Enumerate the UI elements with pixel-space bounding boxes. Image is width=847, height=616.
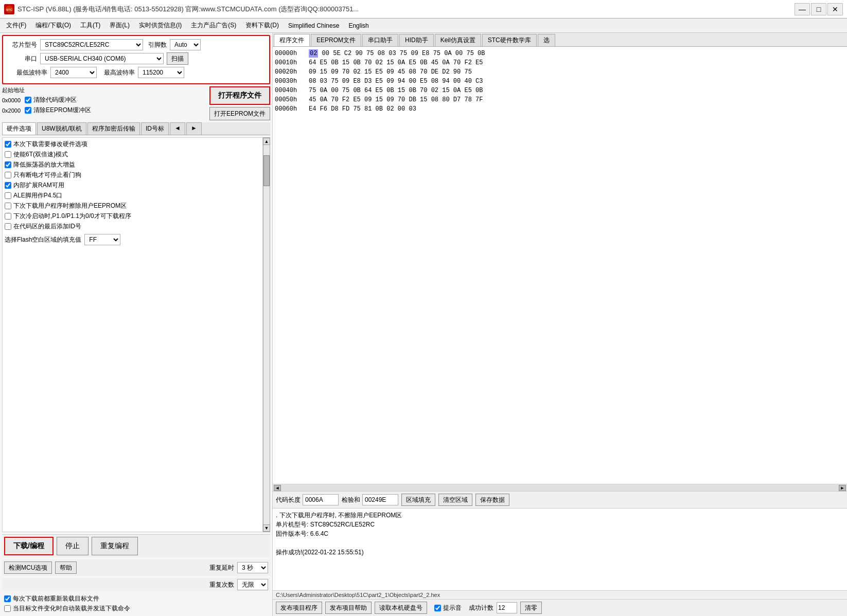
hex-row-1: 00010h 64 E5 0B 15 0B 70 02 15 0A E5 0B … bbox=[275, 58, 845, 67]
code-length-input[interactable] bbox=[303, 494, 339, 505]
tab-keil-sim[interactable]: Keil仿真设置 bbox=[435, 34, 481, 46]
menu-products[interactable]: 主力产品广告(S) bbox=[187, 20, 240, 31]
menu-interface[interactable]: 界面(L) bbox=[105, 20, 134, 31]
open-program-file-button[interactable]: 打开程序文件 bbox=[209, 86, 270, 105]
menu-english[interactable]: English bbox=[344, 21, 373, 30]
window-controls: — □ ✕ bbox=[795, 3, 843, 15]
save-data-button[interactable]: 保存数据 bbox=[475, 494, 509, 506]
port-label: 串口 bbox=[6, 55, 37, 63]
hex-addr-4: 00040h bbox=[275, 86, 306, 95]
tab-arrow-left[interactable]: ◄ bbox=[170, 122, 185, 135]
prompt-sound-label: 提示音 bbox=[434, 604, 462, 612]
baud-select[interactable]: Auto bbox=[170, 39, 201, 50]
tab-program-file[interactable]: 程序文件 bbox=[274, 34, 310, 46]
reprogram-button[interactable]: 重复编程 bbox=[92, 537, 138, 555]
flash-fill-row: 选择Flash空白区域的填充值 FF bbox=[5, 234, 260, 245]
maximize-button[interactable]: □ bbox=[811, 3, 826, 15]
minimize-button[interactable]: — bbox=[795, 3, 810, 15]
hw-checkbox-4[interactable] bbox=[5, 182, 11, 189]
publish-program-button[interactable]: 发布项目程序 bbox=[276, 602, 322, 614]
checksum-label: 检验和 bbox=[342, 496, 360, 504]
max-baud-select[interactable]: 115200 bbox=[138, 67, 184, 78]
stop-button[interactable]: 停止 bbox=[57, 537, 89, 555]
clear-code-buf-checkbox[interactable] bbox=[25, 97, 31, 103]
menu-program[interactable]: 编程/下载(O) bbox=[31, 20, 75, 31]
prompt-sound-checkbox[interactable] bbox=[434, 605, 441, 611]
menu-simplified-chinese[interactable]: Simplified Chinese bbox=[284, 21, 343, 30]
hex-hscrollbar[interactable]: ◄ ► bbox=[273, 484, 847, 491]
hw-checkbox-6[interactable] bbox=[5, 203, 11, 209]
success-count-input[interactable] bbox=[497, 602, 517, 613]
hw-checkbox-5[interactable] bbox=[5, 192, 11, 199]
checksum-input[interactable] bbox=[362, 494, 398, 505]
hw-option-4: 内部扩展RAM可用 bbox=[5, 181, 260, 190]
clear-area-button[interactable]: 清空区域 bbox=[438, 494, 472, 506]
auto-send-checkbox[interactable] bbox=[4, 605, 11, 612]
start-address-label: 起始地址 bbox=[2, 86, 91, 94]
hw-option-label-5: ALE脚用作P4.5口 bbox=[13, 191, 62, 200]
clear-count-button[interactable]: 清零 bbox=[520, 602, 542, 614]
log-line-2: 固件版本号: 6.6.4C bbox=[276, 529, 844, 538]
hw-checkbox-3[interactable] bbox=[5, 172, 11, 178]
fill-area-button[interactable]: 区域填充 bbox=[401, 494, 435, 506]
right-panel: 程序文件 EEPROM文件 串口助手 HID助手 Keil仿真设置 STC硬件数… bbox=[273, 33, 847, 616]
tab-hid-assistant[interactable]: HID助手 bbox=[399, 34, 434, 46]
repeat-delay-select[interactable]: 3 秒 bbox=[237, 562, 268, 573]
hw-scrollbar[interactable]: ▲ ▼ bbox=[263, 137, 270, 532]
min-baud-select[interactable]: 2400 bbox=[50, 67, 97, 78]
tab-arrow-right[interactable]: ► bbox=[186, 122, 202, 135]
hw-option-7: 下次冷启动时,P1.0/P1.1为0/0才可下载程序 bbox=[5, 212, 260, 221]
hw-checkbox-2[interactable] bbox=[5, 161, 11, 168]
read-hardware-button[interactable]: 读取本机硬盘号 bbox=[375, 602, 427, 614]
chip-select[interactable]: STC89C52RC/LE52RC bbox=[40, 39, 143, 50]
hw-option-3: 只有断电才可停止看门狗 bbox=[5, 171, 260, 179]
hex-row-0: 00000h 02 00 5E C2 90 75 08 03 75 09 E8 … bbox=[275, 49, 845, 58]
help-button[interactable]: 帮助 bbox=[55, 561, 77, 574]
tab-hardware-options[interactable]: 硬件选项 bbox=[2, 122, 36, 135]
hw-checkbox-0[interactable] bbox=[5, 141, 11, 148]
menu-file[interactable]: 文件(F) bbox=[2, 20, 30, 31]
auto-reload-checkbox[interactable] bbox=[4, 595, 11, 602]
code-length-label: 代码长度 bbox=[276, 496, 301, 504]
addr2-value: 0x2000 bbox=[2, 107, 23, 114]
address-file-section: 起始地址 0x0000 清除代码缓冲区 0x2000 清除EEPROM缓冲区 bbox=[2, 86, 270, 120]
detect-mcu-button[interactable]: 检测MCU选项 bbox=[4, 561, 52, 574]
hex-view: 00000h 02 00 5E C2 90 75 08 03 75 09 E8 … bbox=[273, 47, 847, 484]
hex-bytes-5: 45 0A 70 F2 E5 09 15 09 70 DB 15 08 80 D… bbox=[309, 95, 845, 104]
tab-encrypt[interactable]: 程序加密后传输 bbox=[87, 122, 140, 135]
hw-checkbox-1[interactable] bbox=[5, 151, 11, 158]
menu-download[interactable]: 资料下载(D) bbox=[241, 20, 283, 31]
clear-eeprom-buf-checkbox[interactable] bbox=[25, 107, 31, 114]
chip-type-row: 芯片型号 STC89C52RC/LE52RC 引脚数 Auto bbox=[6, 39, 266, 50]
hex-bytes-4: 75 0A 00 75 0B 64 E5 0B 15 0B 70 02 15 0… bbox=[309, 86, 845, 95]
close-button[interactable]: ✕ bbox=[827, 3, 843, 15]
open-eeprom-file-button[interactable]: 打开EEPROM文件 bbox=[209, 107, 270, 120]
tab-select[interactable]: 选 bbox=[538, 34, 555, 46]
scan-button[interactable]: 扫描 bbox=[167, 52, 188, 65]
menu-realtime[interactable]: 实时供货信息(I) bbox=[135, 20, 186, 31]
hex-bytes-0: 02 00 5E C2 90 75 08 03 75 09 E8 75 0A 0… bbox=[309, 49, 845, 58]
scrollbar-thumb[interactable] bbox=[263, 155, 270, 186]
flash-fill-select[interactable]: FF bbox=[84, 234, 120, 245]
auto-reload-label: 每次下载前都重新装载目标文件 bbox=[4, 594, 268, 603]
auto-reload-text: 每次下载前都重新装载目标文件 bbox=[13, 594, 99, 603]
tab-stc-math[interactable]: STC硬件数学库 bbox=[482, 34, 537, 46]
repeat-delay-label: 重复延时 bbox=[209, 564, 234, 572]
repeat-count-select[interactable]: 无限 bbox=[237, 579, 268, 590]
bottom-checkboxes: 每次下载前都重新装载目标文件 当目标文件变化时自动装载并发送下载命令 bbox=[2, 593, 270, 614]
tab-serial-assistant[interactable]: 串口助手 bbox=[362, 34, 398, 46]
hw-option-0: 本次下载需要修改硬件选项 bbox=[5, 140, 260, 149]
publish-help-button[interactable]: 发布项目帮助 bbox=[325, 602, 372, 614]
hex-addr-0: 00000h bbox=[275, 49, 306, 58]
tab-u8w[interactable]: U8W脱机/联机 bbox=[37, 122, 86, 135]
clear-eeprom-buf-text: 清除EEPROM缓冲区 bbox=[33, 106, 91, 115]
menu-tools[interactable]: 工具(T) bbox=[76, 20, 104, 31]
port-select[interactable]: USB-SERIAL CH340 (COM6) bbox=[40, 53, 164, 64]
hw-checkbox-8[interactable] bbox=[5, 223, 11, 230]
download-program-button[interactable]: 下载/编程 bbox=[4, 537, 54, 555]
clear-code-buf-text: 清除代码缓冲区 bbox=[33, 96, 77, 104]
hw-option-label-2: 降低振荡器的放大增益 bbox=[13, 160, 75, 169]
hw-checkbox-7[interactable] bbox=[5, 213, 11, 220]
tab-eeprom-file[interactable]: EEPROM文件 bbox=[311, 34, 361, 46]
tab-id[interactable]: ID号标 bbox=[141, 122, 169, 135]
